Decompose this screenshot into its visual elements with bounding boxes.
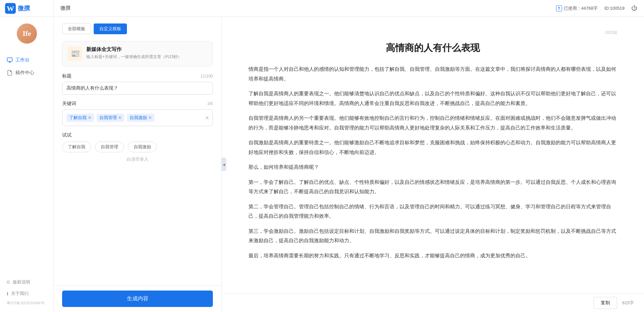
article-p-5: 那么，如何培养和提高情商呢？ [248, 162, 617, 172]
keyword-tag-2-text: 自我管理 [99, 115, 117, 121]
keyword-tag-2-remove[interactable]: ✕ [118, 116, 122, 120]
copy-button[interactable]: 复制 [594, 297, 617, 309]
article-body: 情商是指一个人对自己和他人的感情的认知和管理能力，包括了解自我、自我管理、自我激… [248, 64, 617, 260]
power-icon[interactable]: ⏻ [631, 5, 637, 12]
right-panel: 10/100 高情商的人有什么表现 情商是指一个人对自己和他人的感情的认知和管理… [222, 17, 644, 312]
sidebar-footer: © 版权说明 ℹ 关于我们 粤ICP备2022016946号 [0, 273, 53, 312]
template-tabs: 全部模板 自定义模板 [62, 23, 213, 34]
sidebar-item-drafts[interactable]: 稿件中心 [0, 66, 53, 79]
article-p-2: 了解自我是高情商人的重要表现之一。他们能够清楚地认识自己的优点和缺点，以及自己的… [248, 89, 617, 108]
app-name: 微撰 [60, 5, 71, 11]
tab-all-templates[interactable]: 全部模板 [62, 23, 91, 34]
keywords-section: 关键词 3/6 了解自我 ✕ 自我管理 ✕ 自我激励 ✕ [62, 101, 213, 126]
left-panel-content: 全部模板 自定义模板 📰 新媒体全文写作 输入标题+关键词，一键准确生成所需文章… [54, 17, 221, 285]
title-label-row: 标题 11/100 [62, 73, 213, 79]
keyword-tag-3[interactable]: 自我激励 ✕ [127, 114, 154, 122]
keyword-tag-1[interactable]: 了解自我 ✕ [66, 114, 94, 122]
article-p-4: 自我激励是高情商人的重要特质之一。他们能够激励自己不断地追求目标和梦想，克服困难… [248, 138, 617, 157]
template-info: 新媒体全文写作 输入标题+关键词，一键准确生成所需文章（约15秒） [86, 46, 182, 60]
template-title: 新媒体全文写作 [86, 46, 182, 53]
usage-info: T 已使用：44768字 [556, 5, 598, 11]
title-label: 标题 [62, 73, 72, 79]
monitor-icon [7, 57, 13, 63]
article-p-9: 最后，培养高情商需要长期的努力和实践。只有通过不断地学习、反思和实践，才能够提高… [248, 251, 617, 261]
sidebar-nav: 工作台 稿件中心 [0, 47, 53, 273]
content-bottom-bar: 复制 615字 [222, 294, 644, 312]
template-card[interactable]: 📰 新媒体全文写作 输入标题+关键词，一键准确生成所需文章（约15秒） [62, 41, 213, 66]
content-area: 10/100 高情商的人有什么表现 情商是指一个人对自己和他人的感情的认知和管理… [222, 17, 644, 294]
user-avatar-area: Ife [0, 17, 54, 47]
file-icon [7, 70, 13, 76]
generate-btn[interactable]: 生成内容 [62, 291, 213, 307]
top-header: 微撰 T 已使用：44768字 ID:100519 ⏻ [0, 0, 644, 17]
icp-text: 粤ICP备2022016946号 [0, 299, 53, 307]
article-p-3: 自我管理是高情商人的另一个重要表现。他们能够有效地控制自己的言行和行为，控制自己… [248, 113, 617, 133]
toggle-panel-arrow[interactable]: ◀ [221, 158, 226, 171]
main-layout: ◀ 全部模板 自定义模板 📰 新媒体全文写作 输入标题+关键词，一键准确生成所需… [54, 17, 644, 312]
id-info: ID:100519 [604, 6, 625, 11]
article-p-1: 情商是指一个人对自己和他人的感情的认知和管理能力，包括了解自我、自我管理、自我激… [248, 64, 617, 84]
keywords-clear-btn[interactable]: ✕ [205, 115, 209, 121]
keyword-tag-3-text: 自我激励 [130, 115, 147, 121]
sidebar: W 微撰 Ife 工作台 稿件中心 [0, 0, 54, 312]
keyword-tag-2[interactable]: 自我管理 ✕ [97, 114, 124, 122]
try-tags: 了解自我 自我管理 自我激励 [62, 142, 213, 152]
keywords-label-row: 关键词 3/6 [62, 101, 213, 107]
svg-text:W: W [7, 4, 14, 13]
clear-hint: 白清空录入 [62, 156, 213, 162]
info-icon: ℹ [7, 291, 8, 296]
logo-icon: W [5, 3, 16, 14]
sidebar-footer-about[interactable]: ℹ 关于我们 [0, 288, 53, 299]
usage-text: 已使用：44768字 [564, 5, 598, 11]
page-counter: 10/100 [248, 30, 617, 35]
keywords-box[interactable]: 了解自我 ✕ 自我管理 ✕ 自我激励 ✕ ✕ [62, 109, 213, 126]
sidebar-item-workspace[interactable]: 工作台 [0, 54, 53, 66]
sidebar-logo: W 微撰 [0, 0, 53, 17]
keyword-tag-3-remove[interactable]: ✕ [148, 116, 152, 120]
try-label: 试试 [62, 132, 213, 138]
logo-text: 微撰 [18, 4, 30, 12]
title-input[interactable] [62, 82, 213, 95]
try-tag-3[interactable]: 自我激励 [128, 142, 157, 152]
keywords-label: 关键词 [62, 101, 76, 107]
article-title: 高情商的人有什么表现 [248, 42, 617, 54]
article-p-8: 第三，学会激励自己。激励自己包括设定目标和计划、自我激励和自我奖励等方式。可以通… [248, 226, 617, 246]
copyright-icon: © [7, 280, 10, 285]
try-section: 试试 了解自我 自我管理 自我激励 白清空录入 [62, 132, 213, 162]
avatar: Ife [17, 23, 37, 44]
title-counter: 11/100 [200, 74, 213, 79]
sidebar-footer-copyright[interactable]: © 版权说明 [0, 276, 53, 288]
tab-custom-templates[interactable]: 自定义模板 [94, 23, 127, 34]
top-header-right: T 已使用：44768字 ID:100519 ⏻ [556, 5, 637, 12]
template-desc: 输入标题+关键词，一键准确生成所需文章（约15秒） [86, 54, 182, 60]
keyword-tag-1-remove[interactable]: ✕ [88, 116, 91, 120]
article-p-7: 第二，学会管理自己。管理自己包括控制自己的情绪、行为和言语，以及管理自己的时间和… [248, 202, 617, 221]
keyword-tag-1-text: 了解自我 [69, 115, 87, 121]
article-p-6: 第一，学会了解自己。了解自己的优点、缺点、个性特质和偏好，以及自己的情感状态和情… [248, 177, 617, 197]
try-tag-1[interactable]: 了解自我 [62, 142, 91, 152]
word-count: 615字 [622, 300, 634, 306]
bottom-bar: 生成内容 [54, 285, 221, 312]
svg-rect-2 [7, 58, 12, 61]
try-tag-2[interactable]: 自我管理 [95, 142, 124, 152]
sidebar-item-workspace-label: 工作台 [15, 57, 30, 63]
left-panel: ◀ 全部模板 自定义模板 📰 新媒体全文写作 输入标题+关键词，一键准确生成所需… [54, 17, 222, 312]
usage-icon: T [556, 5, 562, 11]
title-section: 标题 11/100 [62, 73, 213, 95]
keywords-counter: 3/6 [207, 101, 213, 106]
template-card-icon: 📰 [67, 46, 82, 61]
sidebar-item-drafts-label: 稿件中心 [15, 70, 34, 76]
